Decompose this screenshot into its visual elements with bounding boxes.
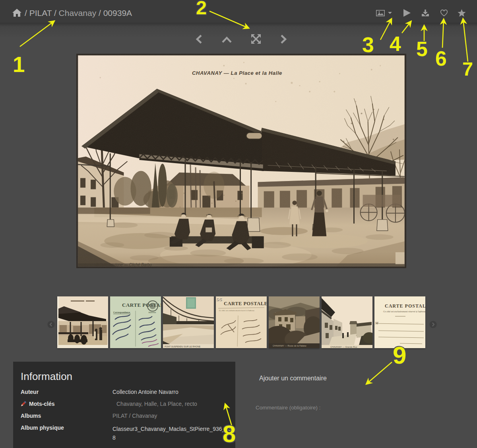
svg-text:Ce côté est exclusivement rése: Ce côté est exclusivement réservé à l'ad…	[219, 310, 255, 312]
svg-text:CARTE POSTALE: CARTE POSTALE	[224, 301, 267, 306]
svg-text:Correspondance: Correspondance	[113, 311, 130, 314]
svg-text:Adresse: Adresse	[148, 311, 156, 314]
svg-text:PONT SUSPENDU SUR LE RHONE: PONT SUSPENDU SUR LE RHONE	[165, 345, 200, 348]
svg-text:CHAVANAY — Grande Rue: CHAVANAY — Grande Rue	[330, 346, 357, 348]
svg-text:M: M	[375, 321, 378, 325]
svg-text:Ce côté est exclusivement rése: Ce côté est exclusivement réservé à l'ad…	[383, 310, 425, 313]
svg-text:CARTE POSTALE: CARTE POSTALE	[385, 303, 425, 309]
svg-text:CHAVANAY — Route de la Falaise: CHAVANAY — Route de la Falaise	[273, 345, 306, 347]
svg-text:5/5: 5/5	[217, 297, 223, 302]
